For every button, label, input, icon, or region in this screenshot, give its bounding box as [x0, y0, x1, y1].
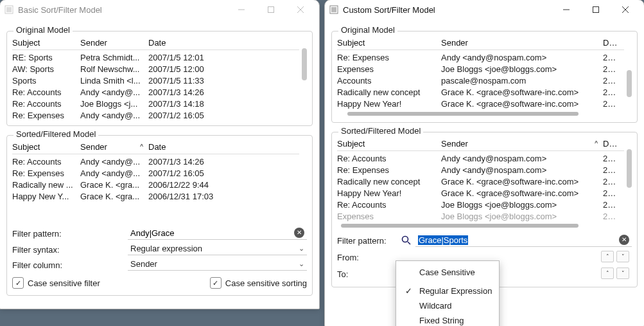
case-sensitive-filter-label: Case sensitive filter [28, 278, 100, 288]
filter-syntax-label: Filter syntax: [12, 245, 128, 255]
col-sender[interactable]: Sender [441, 38, 603, 48]
table-row[interactable]: ExpensesJoe Bloggs <joe@bloggs.com>2006/ [337, 63, 624, 75]
svg-rect-9 [593, 7, 599, 13]
original-model-table[interactable]: Subject Sender Date RE: SportsPetra Schm… [12, 37, 307, 119]
menu-item-wildcard[interactable]: Wildcard [396, 298, 499, 313]
svg-line-13 [408, 242, 410, 244]
filter-column-label: Filter column: [12, 260, 128, 270]
clear-icon[interactable]: ✕ [294, 228, 304, 238]
table-row[interactable]: ExpensesJoe Bloggs <joe@bloggs.com>2006/ [337, 210, 624, 221]
table-row[interactable]: Re: AccountsAndy <andy@...2007/1/3 14:26 [12, 86, 299, 98]
col-date[interactable]: Date [148, 38, 299, 48]
horizontal-scrollbar[interactable] [337, 112, 632, 116]
col-sender[interactable]: Sender^ [441, 139, 603, 149]
table-row[interactable]: RE: SportsPetra Schmidt...2007/1/5 12:01 [12, 51, 299, 63]
col-sender[interactable]: Sender [80, 38, 148, 48]
col-subject[interactable]: Subject [337, 139, 441, 149]
basic-window: Basic Sort/Filter Model Original Model S… [0, 0, 320, 309]
col-subject[interactable]: Subject [12, 142, 80, 152]
table-row[interactable]: Radically new conceptGrace K. <grace@sof… [337, 86, 624, 98]
filter-pattern-label: Filter pattern: [12, 229, 128, 239]
table-row[interactable]: Re: ExpensesAndy <andy@...2007/1/2 16:05 [12, 109, 299, 121]
col-subject[interactable]: Subject [12, 38, 80, 48]
combo-value: Regular expression [130, 244, 202, 253]
table-row[interactable]: Re: ExpensesAndy <andy@...2007/1/2 16:05 [12, 167, 299, 179]
app-icon [4, 5, 14, 15]
table-row[interactable]: Happy New Y...Grace K. <gra...2006/12/31… [12, 190, 299, 202]
table-row[interactable]: Accountspascale@nospam.com2006/ [337, 75, 624, 86]
maximize-button[interactable] [256, 0, 286, 19]
window-title: Custom Sort/Filter Model [343, 5, 552, 15]
titlebar-custom[interactable]: Custom Sort/Filter Model [325, 0, 644, 19]
menu-item-case-sensitive[interactable]: Case Sensitive [396, 265, 499, 280]
filter-pattern-input[interactable]: Grace|Sports [415, 234, 632, 247]
chevron-down-icon: ⌄ [299, 260, 304, 268]
chevron-down-icon: ⌄ [299, 244, 304, 253]
table-row[interactable]: Radically new conceptGrace K. <grace@sof… [337, 176, 624, 187]
table-row[interactable]: Re: AccountsJoe Bloggs <j...2007/1/3 14:… [12, 98, 299, 109]
table-row[interactable]: Re: ExpensesAndy <andy@nospam.com>2007/ [337, 164, 624, 176]
menu-item-regex[interactable]: Regular Expression [396, 284, 499, 298]
filter-column-combo[interactable]: Sender ⌄ [128, 259, 307, 271]
original-model-group: Original Model Subject Sender Date RE: S… [6, 31, 313, 126]
original-model-table[interactable]: Subject Sender Date Re: ExpensesAndy <an… [337, 37, 632, 109]
maximize-button[interactable] [581, 0, 611, 19]
table-row[interactable]: AW: SportsRolf Newschw...2007/1/5 12:00 [12, 63, 299, 75]
step-down-icon[interactable]: ˅ [616, 251, 629, 262]
group-label: Sorted/Filtered Model [338, 126, 423, 136]
group-label: Original Model [13, 25, 73, 35]
svg-rect-3 [268, 7, 274, 13]
minimize-button[interactable] [227, 0, 256, 19]
step-up-icon[interactable]: ˄ [601, 267, 614, 279]
svg-point-12 [403, 237, 408, 242]
filter-options-menu[interactable]: Case Sensitive Regular Expression Wildca… [396, 260, 500, 326]
menu-item-fixed-string[interactable]: Fixed String [396, 313, 499, 326]
table-row[interactable]: Re: ExpensesAndy <andy@nospam.com>2007/ [337, 51, 624, 63]
sort-ascending-icon: ^ [595, 140, 598, 147]
original-model-group: Original Model Subject Sender Date Re: E… [331, 31, 638, 123]
search-icon[interactable] [401, 235, 412, 246]
table-row[interactable]: SportsLinda Smith <l...2007/1/5 11:33 [12, 75, 299, 86]
clear-icon[interactable]: ✕ [619, 235, 629, 245]
combo-value: Sender [130, 259, 157, 269]
case-sensitive-filter-checkbox[interactable]: ✓ [12, 277, 24, 289]
step-up-icon[interactable]: ˄ [601, 251, 614, 262]
horizontal-scrollbar[interactable] [337, 224, 632, 228]
group-label: Original Model [338, 25, 397, 35]
step-down-icon[interactable]: ˅ [616, 267, 629, 279]
titlebar-basic[interactable]: Basic Sort/Filter Model [0, 0, 319, 19]
from-label: From: [337, 253, 401, 262]
col-date[interactable]: Date [603, 139, 624, 149]
vertical-scrollbar[interactable] [627, 138, 632, 221]
table-row[interactable]: Happy New Year!Grace K. <grace@software-… [337, 98, 624, 109]
table-row[interactable]: Re: AccountsAndy <andy@nospam.com>2007/ [337, 152, 624, 164]
minimize-button[interactable] [552, 0, 581, 19]
filtered-model-table[interactable]: Subject Sender^ Date Re: AccountsAndy <a… [337, 138, 632, 221]
col-date[interactable]: Date [148, 142, 299, 152]
svg-rect-1 [6, 7, 12, 12]
close-button[interactable] [286, 0, 315, 19]
close-button[interactable] [611, 0, 640, 19]
case-sensitive-sort-label: Case sensitive sorting [225, 278, 307, 288]
svg-rect-7 [331, 7, 336, 12]
col-sender[interactable]: Sender^ [80, 142, 148, 152]
vertical-scrollbar[interactable] [627, 37, 632, 109]
table-row[interactable]: Happy New Year!Grace K. <grace@software-… [337, 187, 624, 199]
sort-ascending-icon: ^ [140, 143, 143, 150]
group-label: Sorted/Filtered Model [13, 129, 98, 139]
sorted-filtered-group: Sorted/Filtered Model Subject Sender^ Da… [6, 135, 313, 296]
vertical-scrollbar[interactable] [302, 37, 307, 119]
col-subject[interactable]: Subject [337, 38, 441, 48]
app-icon [329, 5, 339, 15]
filter-pattern-input[interactable] [128, 227, 307, 240]
filtered-model-table[interactable]: Subject Sender^ Date Re: AccountsAndy <a… [12, 141, 307, 218]
custom-window: Custom Sort/Filter Model Original Model … [324, 0, 644, 326]
table-row[interactable]: Re: AccountsJoe Bloggs <joe@bloggs.com>2… [337, 199, 624, 210]
table-row[interactable]: Radically new ...Grace K. <gra...2006/12… [12, 179, 299, 190]
filter-pattern-label: Filter pattern: [337, 236, 401, 246]
case-sensitive-sort-checkbox[interactable]: ✓ [210, 277, 222, 289]
table-row[interactable]: Re: AccountsAndy <andy@...2007/1/3 14:26 [12, 156, 299, 167]
window-title: Basic Sort/Filter Model [18, 5, 227, 15]
col-date[interactable]: Date [603, 38, 624, 48]
filter-syntax-combo[interactable]: Regular expression ⌄ [128, 244, 307, 255]
